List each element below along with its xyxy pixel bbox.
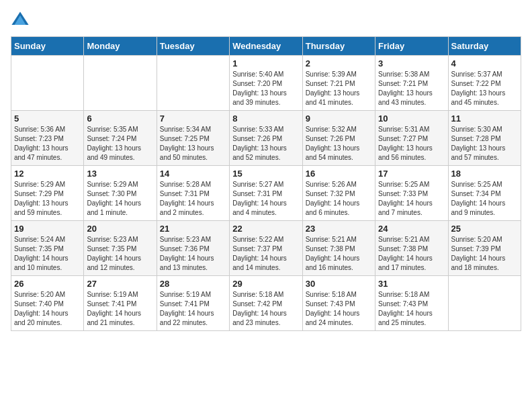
calendar-cell: 12Sunrise: 5:29 AM Sunset: 7:29 PM Dayli… <box>11 166 84 221</box>
calendar-cell: 1Sunrise: 5:40 AM Sunset: 7:20 PM Daylig… <box>230 56 302 111</box>
day-info: Sunrise: 5:34 AM Sunset: 7:25 PM Dayligh… <box>160 125 226 163</box>
calendar-cell: 2Sunrise: 5:39 AM Sunset: 7:21 PM Daylig… <box>302 56 375 111</box>
day-number: 21 <box>160 224 226 234</box>
calendar-cell <box>157 56 229 111</box>
day-number: 19 <box>14 224 81 234</box>
day-number: 29 <box>232 279 299 289</box>
day-info: Sunrise: 5:24 AM Sunset: 7:35 PM Dayligh… <box>14 235 81 273</box>
calendar-cell: 31Sunrise: 5:18 AM Sunset: 7:43 PM Dayli… <box>375 276 448 331</box>
calendar-cell: 18Sunrise: 5:25 AM Sunset: 7:34 PM Dayli… <box>448 166 521 221</box>
calendar-cell: 29Sunrise: 5:18 AM Sunset: 7:42 PM Dayli… <box>230 276 302 331</box>
calendar-cell: 24Sunrise: 5:21 AM Sunset: 7:38 PM Dayli… <box>375 221 448 276</box>
day-number: 30 <box>306 279 372 289</box>
day-info: Sunrise: 5:19 AM Sunset: 7:41 PM Dayligh… <box>87 290 153 328</box>
calendar-cell: 16Sunrise: 5:26 AM Sunset: 7:32 PM Dayli… <box>302 166 375 221</box>
day-info: Sunrise: 5:22 AM Sunset: 7:37 PM Dayligh… <box>232 235 299 273</box>
logo <box>11 11 32 30</box>
day-info: Sunrise: 5:33 AM Sunset: 7:26 PM Dayligh… <box>232 125 299 163</box>
calendar-cell: 20Sunrise: 5:23 AM Sunset: 7:35 PM Dayli… <box>84 221 157 276</box>
calendar-cell <box>84 56 157 111</box>
day-info: Sunrise: 5:19 AM Sunset: 7:41 PM Dayligh… <box>160 290 226 328</box>
day-number: 4 <box>451 58 518 68</box>
day-info: Sunrise: 5:29 AM Sunset: 7:29 PM Dayligh… <box>14 180 81 218</box>
day-info: Sunrise: 5:35 AM Sunset: 7:24 PM Dayligh… <box>87 125 153 163</box>
day-number: 7 <box>160 113 226 124</box>
day-info: Sunrise: 5:38 AM Sunset: 7:21 PM Dayligh… <box>378 70 445 107</box>
calendar-cell <box>11 56 84 111</box>
day-number: 18 <box>451 169 518 179</box>
day-number: 12 <box>14 169 81 179</box>
day-header-wednesday: Wednesday <box>230 37 302 56</box>
day-number: 16 <box>306 169 372 179</box>
calendar-cell: 28Sunrise: 5:19 AM Sunset: 7:41 PM Dayli… <box>157 276 229 331</box>
calendar-cell: 14Sunrise: 5:28 AM Sunset: 7:31 PM Dayli… <box>157 166 229 221</box>
day-info: Sunrise: 5:18 AM Sunset: 7:43 PM Dayligh… <box>306 290 372 328</box>
calendar-cell: 22Sunrise: 5:22 AM Sunset: 7:37 PM Dayli… <box>230 221 302 276</box>
day-info: Sunrise: 5:32 AM Sunset: 7:26 PM Dayligh… <box>306 125 372 163</box>
day-info: Sunrise: 5:39 AM Sunset: 7:21 PM Dayligh… <box>306 70 372 107</box>
day-number: 26 <box>14 279 81 289</box>
day-number: 25 <box>451 224 518 234</box>
calendar-cell: 11Sunrise: 5:30 AM Sunset: 7:28 PM Dayli… <box>448 111 521 166</box>
day-info: Sunrise: 5:23 AM Sunset: 7:35 PM Dayligh… <box>87 235 153 273</box>
day-header-saturday: Saturday <box>448 37 521 56</box>
calendar-cell: 19Sunrise: 5:24 AM Sunset: 7:35 PM Dayli… <box>11 221 84 276</box>
day-number: 13 <box>87 169 153 179</box>
calendar-cell: 13Sunrise: 5:29 AM Sunset: 7:30 PM Dayli… <box>84 166 157 221</box>
day-info: Sunrise: 5:40 AM Sunset: 7:20 PM Dayligh… <box>232 70 299 107</box>
calendar-cell: 5Sunrise: 5:36 AM Sunset: 7:23 PM Daylig… <box>11 111 84 166</box>
day-info: Sunrise: 5:21 AM Sunset: 7:38 PM Dayligh… <box>306 235 372 273</box>
day-header-thursday: Thursday <box>302 37 375 56</box>
day-number: 1 <box>232 58 299 68</box>
calendar-cell: 9Sunrise: 5:32 AM Sunset: 7:26 PM Daylig… <box>302 111 375 166</box>
day-number: 24 <box>378 224 445 234</box>
calendar-table: SundayMondayTuesdayWednesdayThursdayFrid… <box>11 36 521 331</box>
day-info: Sunrise: 5:21 AM Sunset: 7:38 PM Dayligh… <box>378 235 445 273</box>
day-header-friday: Friday <box>375 37 448 56</box>
day-info: Sunrise: 5:25 AM Sunset: 7:33 PM Dayligh… <box>378 180 445 218</box>
calendar-cell: 4Sunrise: 5:37 AM Sunset: 7:22 PM Daylig… <box>448 56 521 111</box>
day-number: 15 <box>232 169 299 179</box>
day-info: Sunrise: 5:30 AM Sunset: 7:28 PM Dayligh… <box>451 125 518 163</box>
day-number: 11 <box>451 113 518 124</box>
logo-icon <box>11 11 30 30</box>
day-info: Sunrise: 5:26 AM Sunset: 7:32 PM Dayligh… <box>306 180 372 218</box>
day-number: 23 <box>306 224 372 234</box>
calendar-cell: 27Sunrise: 5:19 AM Sunset: 7:41 PM Dayli… <box>84 276 157 331</box>
day-info: Sunrise: 5:36 AM Sunset: 7:23 PM Dayligh… <box>14 125 81 163</box>
day-header-monday: Monday <box>84 37 157 56</box>
calendar-cell: 15Sunrise: 5:27 AM Sunset: 7:31 PM Dayli… <box>230 166 302 221</box>
calendar-cell: 17Sunrise: 5:25 AM Sunset: 7:33 PM Dayli… <box>375 166 448 221</box>
day-info: Sunrise: 5:28 AM Sunset: 7:31 PM Dayligh… <box>160 180 226 218</box>
day-number: 10 <box>378 113 445 124</box>
calendar-cell: 30Sunrise: 5:18 AM Sunset: 7:43 PM Dayli… <box>302 276 375 331</box>
day-number: 28 <box>160 279 226 289</box>
day-info: Sunrise: 5:23 AM Sunset: 7:36 PM Dayligh… <box>160 235 226 273</box>
calendar-cell: 10Sunrise: 5:31 AM Sunset: 7:27 PM Dayli… <box>375 111 448 166</box>
day-info: Sunrise: 5:29 AM Sunset: 7:30 PM Dayligh… <box>87 180 153 218</box>
day-info: Sunrise: 5:31 AM Sunset: 7:27 PM Dayligh… <box>378 125 445 163</box>
day-number: 5 <box>14 113 81 124</box>
calendar-cell: 25Sunrise: 5:20 AM Sunset: 7:39 PM Dayli… <box>448 221 521 276</box>
day-info: Sunrise: 5:37 AM Sunset: 7:22 PM Dayligh… <box>451 70 518 107</box>
day-number: 17 <box>378 169 445 179</box>
day-number: 3 <box>378 58 445 68</box>
calendar-cell: 23Sunrise: 5:21 AM Sunset: 7:38 PM Dayli… <box>302 221 375 276</box>
day-number: 31 <box>378 279 445 289</box>
day-info: Sunrise: 5:20 AM Sunset: 7:39 PM Dayligh… <box>451 235 518 273</box>
day-number: 2 <box>306 58 372 68</box>
calendar-cell: 7Sunrise: 5:34 AM Sunset: 7:25 PM Daylig… <box>157 111 229 166</box>
day-header-tuesday: Tuesday <box>157 37 229 56</box>
day-header-sunday: Sunday <box>11 37 84 56</box>
calendar-cell <box>448 276 521 331</box>
day-number: 22 <box>232 224 299 234</box>
day-number: 20 <box>87 224 153 234</box>
day-info: Sunrise: 5:18 AM Sunset: 7:42 PM Dayligh… <box>232 290 299 328</box>
day-info: Sunrise: 5:20 AM Sunset: 7:40 PM Dayligh… <box>14 290 81 328</box>
day-number: 9 <box>306 113 372 124</box>
calendar-cell: 3Sunrise: 5:38 AM Sunset: 7:21 PM Daylig… <box>375 56 448 111</box>
calendar-cell: 21Sunrise: 5:23 AM Sunset: 7:36 PM Dayli… <box>157 221 229 276</box>
day-info: Sunrise: 5:18 AM Sunset: 7:43 PM Dayligh… <box>378 290 445 328</box>
page-header <box>11 11 521 30</box>
calendar-cell: 6Sunrise: 5:35 AM Sunset: 7:24 PM Daylig… <box>84 111 157 166</box>
